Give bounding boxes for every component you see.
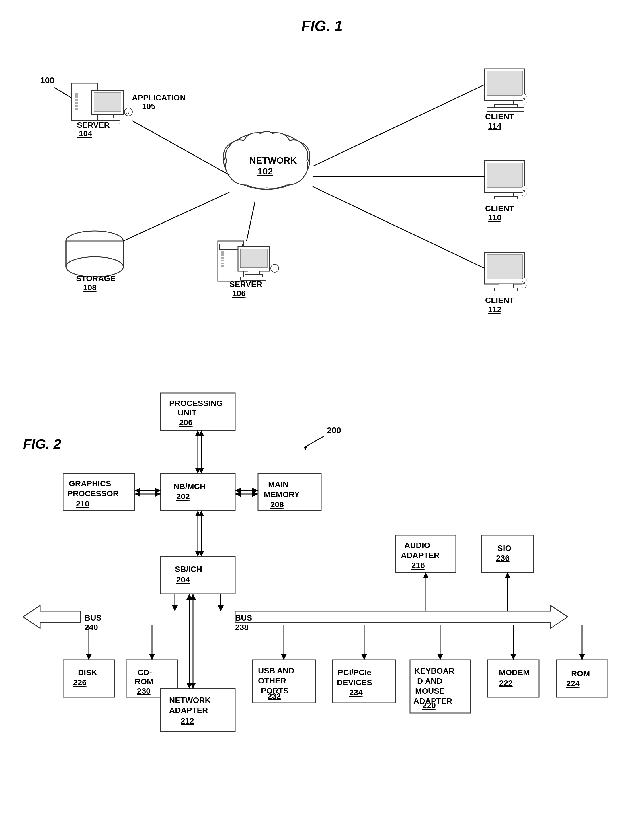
svg-text:DISK: DISK — [78, 668, 97, 677]
svg-rect-213 — [488, 660, 539, 697]
svg-text:KEYBOAR: KEYBOAR — [414, 667, 454, 675]
svg-text:110: 110 — [488, 213, 501, 222]
svg-rect-6 — [75, 99, 78, 101]
svg-text:MAIN: MAIN — [268, 480, 289, 489]
svg-text:ADAPTER: ADAPTER — [169, 706, 208, 715]
svg-text:108: 108 — [83, 283, 97, 292]
svg-rect-11 — [94, 93, 121, 111]
svg-line-91 — [313, 85, 485, 166]
svg-text:PROCESSING: PROCESSING — [169, 399, 223, 408]
svg-text:AUDIO: AUDIO — [404, 541, 430, 550]
svg-text:UNIT: UNIT — [178, 408, 196, 417]
svg-text:230: 230 — [137, 687, 150, 695]
svg-rect-8 — [75, 105, 78, 107]
svg-point-84 — [522, 283, 526, 288]
svg-text:USB AND: USB AND — [258, 666, 294, 675]
svg-marker-203 — [361, 654, 367, 660]
svg-text:BUS: BUS — [84, 613, 101, 622]
svg-marker-170 — [86, 654, 92, 660]
svg-rect-72 — [487, 199, 524, 203]
svg-rect-60 — [499, 100, 513, 105]
svg-rect-140 — [161, 557, 235, 594]
svg-text:102: 102 — [258, 166, 273, 177]
svg-rect-59 — [487, 71, 523, 95]
svg-text:D AND: D AND — [417, 676, 442, 686]
svg-point-54 — [271, 264, 279, 272]
svg-line-93 — [313, 186, 485, 268]
svg-text:105: 105 — [142, 102, 155, 111]
svg-text:SB/ICH: SB/ICH — [175, 565, 202, 573]
svg-rect-82 — [487, 291, 524, 295]
svg-text:224: 224 — [566, 679, 580, 688]
svg-text:MEMORY: MEMORY — [264, 490, 300, 499]
svg-text:236: 236 — [496, 554, 509, 563]
svg-text:204: 204 — [176, 575, 190, 584]
svg-line-90 — [247, 201, 255, 241]
svg-text:226: 226 — [73, 678, 87, 687]
svg-text:212: 212 — [181, 716, 194, 725]
svg-text:SERVER: SERVER — [77, 120, 110, 129]
svg-text:CD-: CD- — [138, 668, 152, 677]
svg-marker-196 — [281, 654, 287, 660]
svg-text:220: 220 — [422, 701, 436, 710]
svg-rect-45 — [221, 257, 224, 258]
svg-rect-165 — [63, 660, 115, 697]
svg-text:MOUSE: MOUSE — [415, 687, 445, 695]
fig2-diagram: FIG. 2 200 PROCESSING UNIT 206 — [23, 379, 621, 824]
svg-marker-188 — [190, 594, 196, 600]
svg-marker-153 — [23, 606, 80, 628]
svg-text:CLIENT: CLIENT — [485, 296, 514, 305]
svg-text:NB/MCH: NB/MCH — [173, 482, 205, 491]
svg-text:NETWORK: NETWORK — [169, 696, 211, 705]
svg-text:104: 104 — [79, 129, 92, 138]
svg-text:SERVER: SERVER — [229, 280, 262, 289]
svg-rect-108 — [161, 473, 235, 511]
svg-marker-228 — [579, 654, 585, 660]
svg-text:114: 114 — [488, 121, 501, 130]
page: FIG. 1 100 ○ SERVER — [0, 0, 644, 824]
svg-rect-61 — [495, 105, 518, 107]
svg-text:232: 232 — [268, 692, 281, 701]
svg-text:APPLICATION: APPLICATION — [132, 93, 186, 102]
svg-rect-52 — [245, 275, 262, 277]
svg-text:ADAPTER: ADAPTER — [401, 551, 440, 560]
svg-text:ROM: ROM — [135, 677, 153, 686]
svg-point-73 — [522, 186, 526, 191]
svg-rect-81 — [495, 288, 518, 291]
svg-marker-177 — [149, 654, 155, 660]
svg-rect-80 — [499, 284, 513, 288]
svg-rect-50 — [240, 249, 267, 267]
svg-text:NETWORK: NETWORK — [250, 155, 297, 166]
svg-text:DEVICES: DEVICES — [337, 678, 372, 687]
svg-text:100: 100 — [40, 75, 54, 85]
svg-rect-46 — [221, 260, 224, 261]
svg-point-64 — [522, 100, 526, 105]
fig1-title: FIG. 1 — [23, 17, 621, 34]
svg-text:208: 208 — [270, 500, 284, 509]
svg-text:206: 206 — [179, 418, 193, 427]
svg-rect-5 — [75, 93, 78, 98]
svg-rect-79 — [487, 255, 523, 279]
svg-rect-217 — [556, 660, 608, 697]
svg-text:BUS: BUS — [235, 613, 252, 622]
svg-rect-13 — [99, 118, 116, 120]
svg-rect-62 — [487, 107, 524, 111]
svg-marker-96 — [304, 444, 308, 450]
svg-text:PCI/PCIe: PCI/PCIe — [338, 668, 371, 677]
svg-text:SIO: SIO — [497, 544, 511, 553]
svg-point-74 — [522, 192, 526, 196]
svg-text:202: 202 — [176, 492, 190, 501]
svg-rect-9 — [75, 108, 78, 110]
svg-text:106: 106 — [232, 289, 246, 298]
svg-text:200: 200 — [327, 426, 341, 435]
svg-rect-44 — [221, 251, 224, 256]
svg-rect-51 — [248, 271, 259, 275]
svg-rect-12 — [102, 115, 113, 118]
svg-marker-162 — [172, 606, 178, 611]
svg-text:OTHER: OTHER — [258, 676, 286, 685]
svg-text:222: 222 — [499, 678, 513, 687]
svg-marker-157 — [235, 606, 568, 628]
svg-line-88 — [132, 120, 229, 175]
svg-text:112: 112 — [488, 305, 501, 314]
svg-rect-48 — [221, 265, 224, 267]
